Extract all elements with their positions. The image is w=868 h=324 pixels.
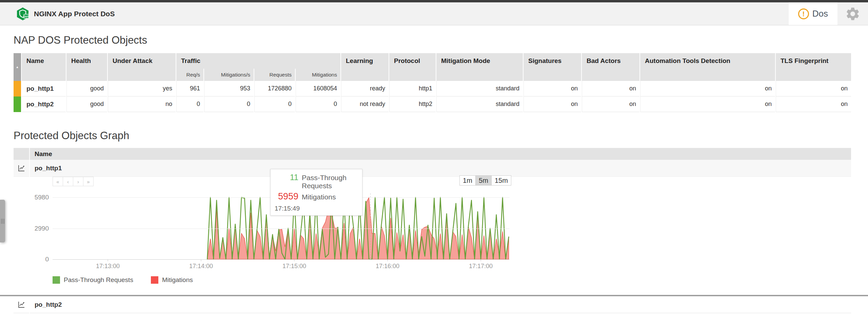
cell-name: po_http2 [22,96,66,112]
line-chart-icon [17,301,25,309]
warning-circle-icon: ! [798,8,809,19]
table-body: po_http1goodyes96195317268801608054ready… [14,81,851,112]
cell-learning: ready [341,81,389,96]
graph-row-po-http2[interactable]: po_http2 [14,296,851,313]
column-header-signatures[interactable]: Signatures [524,53,581,81]
cell-signatures: on [524,96,581,112]
cell-mitigations: 0 [296,96,340,112]
cell-req-s: 0 [176,96,203,112]
legend-label: Mitigations [162,276,193,284]
cell-under-attack: yes [108,81,176,96]
pager-last-button[interactable]: » [83,177,94,186]
dos-nav-tab[interactable]: ! Dos [789,2,837,25]
legend-item[interactable]: Mitigations [151,276,193,284]
graph-column-header-name[interactable]: Name [30,148,851,160]
cell-under-attack: no [108,96,176,112]
chart-panel: «‹›» 1m5m15m 11 Pass-Through Requests 59… [27,177,865,295]
line-chart-icon [17,164,25,172]
table-header: ▲ Name Health Under Attack Traffic Req/s… [14,53,851,81]
gridline [53,229,510,229]
graph-table: Name po_http1 «‹›» 1m5m15m 11 Pass-Throu… [14,148,851,295]
subcolumn-header-mitigations-s[interactable]: Mitigations/s [204,69,254,81]
cell-bad-actors: on [582,81,639,96]
x-axis-tick-label: 17:13:00 [96,263,120,270]
column-header-health[interactable]: Health [66,53,107,81]
x-axis-tick-label: 17:14:00 [189,263,213,270]
column-header-traffic[interactable]: Traffic [176,53,340,69]
page-title-protected-objects: NAP DOS Protected Objects [14,34,868,46]
cell-mitigations: 1608054 [296,81,340,96]
y-axis-tick-label: 2990 [31,225,49,232]
pager-next-button[interactable]: › [73,177,83,186]
column-header-under-attack[interactable]: Under Attack [108,53,176,81]
svg-text:DoS: DoS [24,15,29,18]
subcolumn-header-req-s[interactable]: Req/s [176,69,203,81]
column-header-tls-fingerprint[interactable]: TLS Fingerprint [776,53,851,81]
pager-prev-button[interactable]: ‹ [63,177,73,186]
column-header-automation-tools-detection[interactable]: Automation Tools Detection [640,53,775,81]
chart-pager: «‹›» [53,177,93,186]
y-axis-tick-label: 0 [31,256,49,263]
cell-mitigation-mode: standard [436,96,523,112]
cell-name: po_http1 [22,81,66,96]
tooltip-pass-through-value: 11 [274,173,298,182]
x-axis-tick-label: 17:16:00 [376,263,399,270]
cell-protocol: http2 [389,96,436,112]
tooltip-pass-through-label: Pass-Through Requests [302,174,358,190]
cell-bad-actors: on [582,96,639,112]
column-header-learning[interactable]: Learning [341,53,389,81]
cell-req-s: 961 [176,81,203,96]
app-header: DoS NGINX App Protect DoS ! Dos [0,2,868,25]
x-axis-tick-label: 17:15:00 [282,263,306,270]
cell-mitigation-mode: standard [436,81,523,96]
tooltip-mitigations-value: 5959 [274,191,298,202]
top-strip [0,0,868,2]
cell-learning: not ready [341,96,389,112]
column-header-bad-actors[interactable]: Bad Actors [582,53,639,81]
subcolumn-header-mitigations[interactable]: Mitigations [296,69,340,81]
cell-health: good [66,96,107,112]
cell-mitigations-s: 953 [204,81,254,96]
y-axis-tick-label: 5980 [31,194,49,201]
range-5m-button[interactable]: 5m [475,175,492,186]
column-header-name[interactable]: Name [22,53,66,81]
legend-label: Pass-Through Requests [64,276,133,284]
pager-first-button[interactable]: « [53,177,63,186]
cell-health: good [66,81,107,96]
cell-automation-tools-detection: on [640,81,775,96]
brand: DoS NGINX App Protect DoS [16,2,115,25]
x-axis-tick-label: 17:17:00 [469,263,493,270]
page-title-graph: Protected Objects Graph [14,130,868,142]
graph-header-spacer [14,148,29,160]
gear-icon [845,6,861,22]
sort-ascending-icon: ▲ [16,65,19,69]
graph-row-label: po_http1 [30,160,851,177]
sort-column-header[interactable]: ▲ [14,53,21,81]
graph-table-header: Name [14,148,851,160]
range-15m-button[interactable]: 15m [491,175,511,186]
subcolumn-header-requests[interactable]: Requests [254,69,295,81]
legend-item[interactable]: Pass-Through Requests [53,276,133,284]
table-row[interactable]: po_http1goodyes96195317268801608054ready… [14,81,851,96]
column-header-protocol[interactable]: Protocol [389,53,436,81]
settings-button[interactable] [837,2,868,25]
nginx-app-protect-logo-icon: DoS [16,7,30,21]
cell-requests: 0 [254,96,295,112]
side-drawer-handle[interactable] [0,200,5,242]
cell-signatures: on [524,81,581,96]
row-status-indicator [14,81,21,96]
table-row[interactable]: po_http2goodno0000not readyhttp2standard… [14,96,851,112]
column-header-mitigation-mode[interactable]: Mitigation Mode [436,53,523,81]
graph-row-po-http1[interactable]: po_http1 [14,160,851,177]
range-1m-button[interactable]: 1m [459,175,476,186]
time-range-buttons: 1m5m15m [459,175,511,186]
cell-protocol: http1 [389,81,436,96]
cell-tls-fingerprint: on [776,96,851,112]
app-title: NGINX App Protect DoS [34,10,115,18]
protected-objects-table: ▲ Name Health Under Attack Traffic Req/s… [14,53,851,112]
tooltip-mitigations-label: Mitigations [302,193,358,201]
tooltip-time: 17:15:49 [274,205,358,212]
cell-automation-tools-detection: on [640,96,775,112]
dos-tab-label: Dos [812,8,828,19]
chart-tooltip: 11 Pass-Through Requests 5959 Mitigation… [270,169,362,216]
